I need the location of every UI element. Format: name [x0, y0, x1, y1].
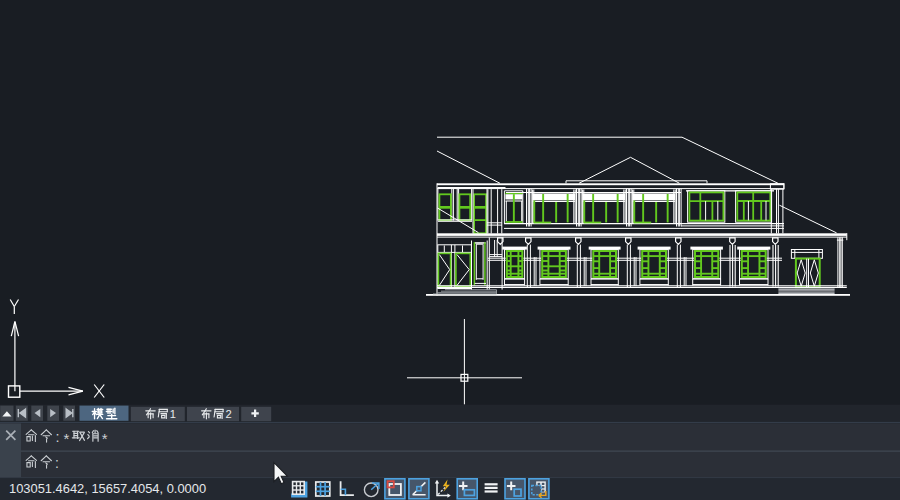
svg-text:*: *: [102, 430, 108, 447]
svg-text:1: 1: [170, 408, 176, 420]
svg-text:103051.4642, 15657.4054, 0.000: 103051.4642, 15657.4054, 0.0000: [9, 481, 206, 496]
svg-text::: :: [56, 429, 60, 445]
svg-text:*: *: [64, 430, 70, 447]
svg-text::: :: [55, 455, 59, 471]
svg-text:2: 2: [226, 408, 232, 420]
